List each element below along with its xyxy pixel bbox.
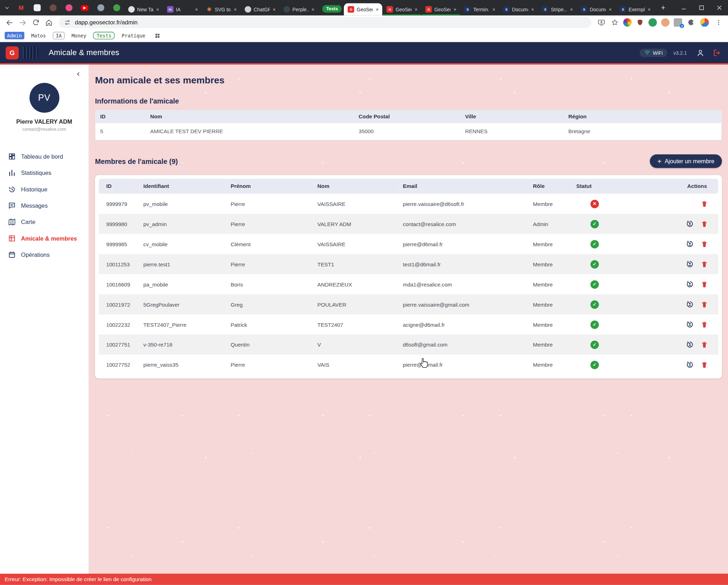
delete-member-button[interactable] — [701, 260, 708, 268]
app-brown-pinned-tab[interactable] — [45, 0, 61, 16]
restore-member-button[interactable] — [686, 341, 694, 349]
new-tab-button[interactable] — [657, 1, 670, 14]
browser-tab[interactable]: ✳SVG to... — [202, 3, 241, 15]
app-light-pinned-tab[interactable] — [29, 0, 45, 16]
extension-icon-rainbow[interactable] — [623, 18, 632, 27]
bookmark-ia[interactable]: IA — [53, 32, 65, 39]
restore-member-button[interactable] — [686, 280, 694, 288]
forward-button[interactable] — [17, 17, 29, 28]
restore-member-button[interactable] — [686, 320, 694, 329]
browser-tab[interactable]: SDocume... — [499, 3, 538, 15]
member-nom: ANDREZIEUX — [314, 274, 399, 294]
browser-tab[interactable]: New Ta... — [124, 3, 163, 15]
browser-toolbar: dapp.geosector.fr/admin 1 — [0, 16, 728, 30]
restore-member-button[interactable] — [686, 300, 694, 308]
tab-close-icon[interactable] — [569, 7, 574, 12]
tab-close-icon[interactable] — [155, 7, 160, 12]
bookmarks-apps-grid-icon[interactable] — [154, 32, 160, 39]
tab-title: Termin... — [473, 7, 490, 12]
bookmark-pratique[interactable]: Pratique — [119, 32, 148, 39]
youtube-pinned-tab[interactable]: ▶ — [77, 0, 93, 16]
sidebar-item-historique[interactable]: Historique — [0, 181, 88, 197]
tab-close-icon[interactable] — [310, 7, 316, 12]
restore-member-button[interactable] — [686, 240, 694, 248]
delete-member-button[interactable] — [701, 301, 708, 308]
sidebar-item-op-rations[interactable]: Opérations — [0, 247, 88, 263]
bookmark-admin[interactable]: Admin — [5, 32, 24, 39]
profile-button[interactable] — [694, 47, 706, 59]
delete-member-button[interactable] — [701, 361, 708, 368]
sidebar-item-amicale-membres[interactable]: Amicale & membres — [0, 230, 88, 247]
tab-search-button[interactable] — [1, 0, 13, 16]
sidebar-menu: Tableau de bordStatistiquesHistoriqueMes… — [0, 148, 88, 263]
tab-close-icon[interactable] — [413, 7, 419, 12]
browser-tab[interactable]: ChatGP... — [241, 3, 279, 15]
extension-icon-shield[interactable] — [636, 18, 644, 27]
bookmark-star-button[interactable] — [609, 17, 620, 28]
restore-member-button[interactable] — [686, 220, 694, 228]
sidebar-collapse-button[interactable] — [73, 69, 83, 78]
delete-member-button[interactable] — [701, 321, 708, 328]
member-id: 10027751 — [99, 335, 140, 355]
bookmark-tests[interactable]: Tests — [93, 32, 114, 39]
tab-close-icon[interactable] — [608, 7, 613, 12]
browser-tab[interactable]: STermin... — [461, 3, 499, 15]
browser-tab[interactable]: IAIA — [163, 3, 202, 15]
restore-member-button[interactable] — [686, 361, 694, 369]
tab-close-icon[interactable] — [232, 7, 238, 12]
extension-icon-badged[interactable]: 1 — [674, 18, 682, 27]
delete-member-button[interactable] — [701, 240, 708, 248]
tab-group-label[interactable]: Tests — [322, 5, 342, 13]
install-app-button[interactable] — [596, 17, 607, 28]
site-settings-icon[interactable] — [64, 19, 71, 26]
restore-member-button[interactable] — [686, 260, 694, 268]
browser-menu-button[interactable] — [712, 17, 724, 28]
geosector-logo-icon[interactable] — [6, 46, 19, 59]
tab-close-icon[interactable] — [491, 7, 497, 12]
extensions-menu-button[interactable] — [685, 17, 697, 28]
profile-avatar[interactable] — [700, 18, 709, 27]
sidebar-item-statistiques[interactable]: Statistiques — [0, 165, 88, 181]
close-window-button[interactable] — [710, 0, 728, 16]
sidebar-item-label: Historique — [21, 186, 48, 193]
browser-tab[interactable]: GGeoSec... — [344, 3, 383, 15]
browser-tab[interactable]: GGeoSec... — [422, 3, 460, 15]
delete-member-button[interactable] — [701, 280, 708, 288]
delete-member-button[interactable] — [701, 341, 708, 348]
sidebar-item-tableau-de-bord[interactable]: Tableau de bord — [0, 148, 88, 165]
bookmark-matos[interactable]: Matos — [29, 32, 48, 39]
browser-tab[interactable]: GGeoSec... — [383, 3, 421, 15]
maximize-button[interactable] — [692, 0, 710, 16]
home-button[interactable] — [43, 17, 55, 28]
extension-icon-green[interactable] — [649, 18, 657, 27]
members-section-header: Membres de l'amicale (9) Ajouter un memb… — [95, 154, 722, 168]
logout-button[interactable] — [710, 47, 722, 59]
browser-tab[interactable]: SExempl... — [616, 3, 655, 15]
extension-icon-orange[interactable] — [661, 18, 670, 27]
tab-close-icon[interactable] — [452, 7, 458, 12]
browser-tab[interactable]: SStripe... — [538, 3, 577, 15]
minimize-button[interactable] — [675, 0, 692, 16]
delete-member-button[interactable] — [701, 220, 708, 228]
dribbble-pinned-tab[interactable] — [61, 0, 77, 16]
tab-close-icon[interactable] — [194, 7, 199, 12]
tab-close-icon[interactable] — [530, 7, 535, 12]
reload-button[interactable] — [30, 17, 42, 28]
browser-tab[interactable]: Perple... — [280, 3, 318, 15]
add-member-button[interactable]: Ajouter un membre — [650, 154, 722, 168]
member-actions — [646, 274, 715, 294]
tab-close-icon[interactable] — [646, 7, 652, 12]
browser-tab[interactable]: SDocume... — [577, 3, 616, 15]
sidebar-item-carte[interactable]: Carte — [0, 214, 88, 230]
ia-favicon-icon: IA — [167, 6, 174, 13]
bookmark-money[interactable]: Money — [69, 32, 89, 39]
app-green-pinned-tab[interactable] — [108, 0, 124, 16]
tab-close-icon[interactable] — [374, 7, 380, 12]
back-button[interactable] — [4, 17, 16, 28]
sidebar-item-messages[interactable]: Messages — [0, 197, 88, 214]
delete-member-button[interactable] — [701, 200, 708, 207]
gmail-pinned-tab[interactable]: M — [13, 0, 29, 16]
address-bar[interactable]: dapp.geosector.fr/admin — [59, 17, 591, 28]
tab-close-icon[interactable] — [271, 7, 277, 12]
app-gray-pinned-tab[interactable] — [93, 0, 108, 16]
